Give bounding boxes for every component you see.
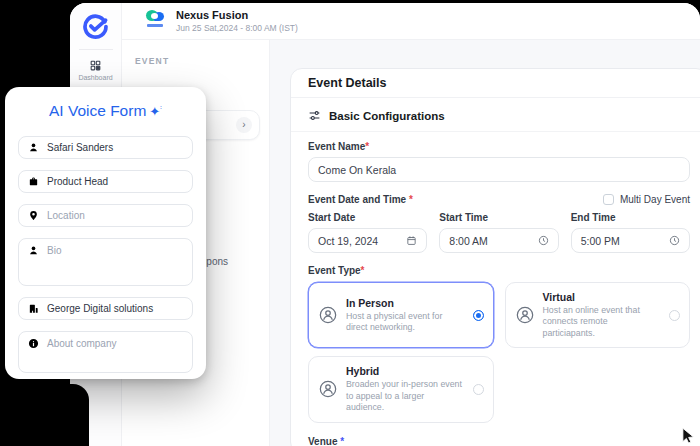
event-date-time-label: Event Date and Time * xyxy=(308,194,413,205)
required-asterisk: * xyxy=(409,194,413,205)
clock-icon[interactable] xyxy=(669,235,680,246)
ai-voice-form-modal: AI Voice Form✦∶ Safari Sanders Product H… xyxy=(5,87,206,379)
start-time-input[interactable]: 8:00 AM xyxy=(439,228,558,253)
background-corner xyxy=(70,384,89,446)
event-name-input[interactable]: Come On Kerala xyxy=(308,157,690,182)
person-circle-icon xyxy=(318,379,338,399)
dashboard-grid-icon xyxy=(89,59,102,72)
option-description: Host a physical event for direct network… xyxy=(346,311,465,334)
basic-configurations-header: Basic Configurations xyxy=(291,98,700,132)
main-content: Event Details Basic Configurations Event… xyxy=(270,40,700,446)
dashboard-label: Dashboard xyxy=(78,74,112,81)
calendar-icon[interactable] xyxy=(406,235,417,246)
option-description: Host an online event that connects remot… xyxy=(543,305,662,339)
voice-field-name[interactable]: Safari Sanders xyxy=(18,136,193,159)
event-type-option-virtual[interactable]: Virtual Host an online event that connec… xyxy=(505,282,691,348)
option-description: Broaden your in-person event to appeal t… xyxy=(346,379,465,413)
voice-field-bio[interactable]: Bio xyxy=(18,238,193,286)
sidebar-section-label: EVENT xyxy=(135,56,269,66)
person-circle-icon xyxy=(515,305,535,325)
radio-icon[interactable] xyxy=(669,310,680,321)
venue-label: Venue * xyxy=(308,436,690,446)
option-title: Virtual xyxy=(543,291,662,303)
person-circle-icon xyxy=(318,305,338,325)
required-asterisk: * xyxy=(361,265,365,276)
app-date-subtitle: Jun 25 Sat,2024 - 8:00 AM (IST) xyxy=(176,23,298,33)
sidebar-item-dashboard[interactable]: Dashboard xyxy=(70,59,121,81)
nexus-fusion-logo-icon xyxy=(143,9,167,33)
radio-selected-icon[interactable] xyxy=(473,310,484,321)
required-asterisk: * xyxy=(340,436,344,446)
multi-day-label: Multi Day Event xyxy=(620,194,690,205)
user-icon xyxy=(28,245,39,256)
sparkle-dots-icon: ∶ xyxy=(160,104,162,111)
required-asterisk: * xyxy=(365,141,369,152)
event-form: Event Name* Come On Kerala Event Date an… xyxy=(291,132,700,446)
event-type-option-in-person[interactable]: In Person Host a physical event for dire… xyxy=(308,282,494,348)
event-name-label: Event Name* xyxy=(308,141,690,152)
modal-title: AI Voice Form✦∶ xyxy=(18,102,193,124)
top-header: Nexus Fusion Jun 25 Sat,2024 - 8:00 AM (… xyxy=(122,3,700,40)
voice-field-role[interactable]: Product Head xyxy=(18,170,193,193)
end-time-input[interactable]: 5:00 PM xyxy=(571,228,690,253)
app-check-logo-icon xyxy=(82,13,109,40)
sliders-icon xyxy=(308,109,321,122)
app-title: Nexus Fusion xyxy=(176,9,298,23)
option-title: In Person xyxy=(346,297,465,309)
info-icon xyxy=(28,338,39,349)
voice-field-company[interactable]: George Digital solutions xyxy=(18,297,193,320)
building-icon xyxy=(28,303,39,314)
checkbox-box[interactable] xyxy=(603,194,614,205)
radio-icon[interactable] xyxy=(473,384,484,395)
briefcase-icon xyxy=(28,176,39,187)
sparkle-icon: ✦ xyxy=(149,104,160,119)
chevron-right-icon[interactable]: › xyxy=(236,117,252,133)
start-date-label: Start Date xyxy=(308,212,427,223)
option-title: Hybrid xyxy=(346,365,465,377)
event-type-label: Event Type* xyxy=(308,265,690,276)
user-icon xyxy=(28,142,39,153)
multi-day-event-checkbox[interactable]: Multi Day Event xyxy=(603,194,690,205)
map-pin-icon xyxy=(28,210,39,221)
voice-field-about-company[interactable]: About company xyxy=(18,331,193,373)
start-date-input[interactable]: Oct 19, 2024 xyxy=(308,228,427,253)
end-time-label: End Time xyxy=(571,212,690,223)
event-type-option-hybrid[interactable]: Hybrid Broaden your in-person event to a… xyxy=(308,356,494,422)
voice-field-location[interactable]: Location xyxy=(18,204,193,227)
clock-icon[interactable] xyxy=(538,235,549,246)
start-time-label: Start Time xyxy=(439,212,558,223)
event-details-card: Event Details Basic Configurations Event… xyxy=(290,68,700,446)
card-title: Event Details xyxy=(291,69,700,98)
rail-divider xyxy=(79,49,113,50)
section-title: Basic Configurations xyxy=(329,110,445,122)
